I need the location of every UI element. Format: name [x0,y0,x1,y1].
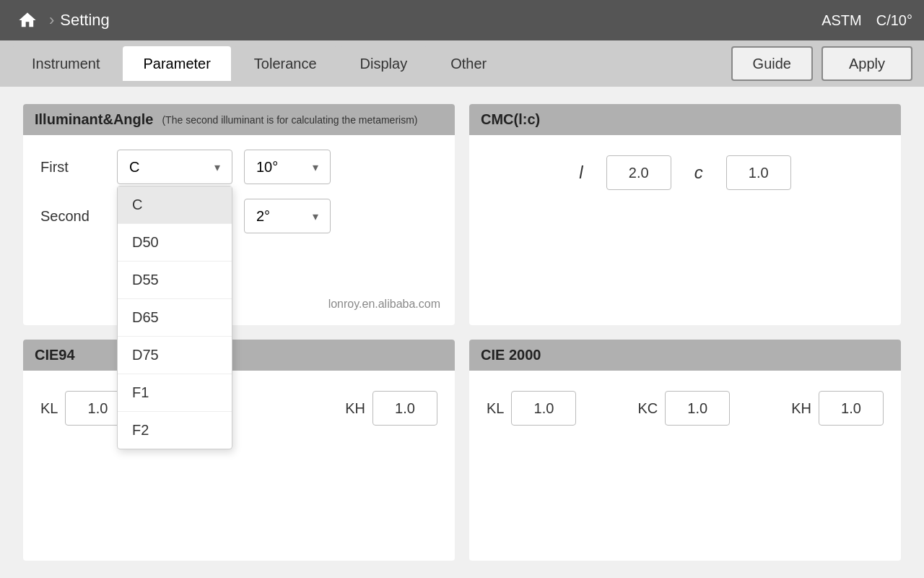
cie2000-body: KL KC KH [469,371,901,446]
watermark: lonroy.en.alibaba.com [328,298,440,311]
first-row: First C ▾ C D50 D55 D65 D75 F1 F2 [40,150,437,184]
main-content: Illuminant&Angle (The second illuminant … [0,87,924,578]
tab-tolerance[interactable]: Tolerance [234,46,337,81]
cmc-l-input[interactable] [606,155,671,190]
angle-arrow-icon: ▾ [313,160,318,174]
illuminant-panel: Illuminant&Angle (The second illuminant … [23,104,455,325]
tab-other[interactable]: Other [430,46,507,81]
home-button[interactable] [12,4,43,36]
cie2000-header: CIE 2000 [469,340,901,371]
tab-display[interactable]: Display [340,46,428,81]
illuminant-dropdown-menu: C D50 D55 D65 D75 F1 F2 [117,186,232,449]
cmc-c-label: c [694,163,703,183]
cie94-panel: CIE94 KL KH [23,340,455,561]
dropdown-arrow-icon: ▾ [214,160,220,174]
cie2000-kc-param: KC [637,391,730,426]
dropdown-item-d50[interactable]: D50 [118,224,232,262]
first-illuminant-dropdown[interactable]: C ▾ C D50 D55 D65 D75 F1 F2 [117,150,232,184]
cie94-header: CIE94 [23,340,455,371]
breadcrumb-separator: › [49,11,54,30]
cie2000-kl-label: KL [487,400,504,417]
first-angle-select[interactable]: 10° ▾ [244,150,331,184]
dropdown-item-d75[interactable]: D75 [118,337,232,374]
first-angle-value: 10° [256,159,278,176]
cie2000-panel: CIE 2000 KL KC KH [469,340,901,561]
cie2000-kl-param: KL [487,391,576,426]
illuminant-body: First C ▾ C D50 D55 D65 D75 F1 F2 [23,135,455,262]
cie2000-kc-label: KC [637,400,658,417]
cie94-kh-label: KH [345,400,365,417]
cie2000-kh-param: KH [791,391,884,426]
topbar: › Setting ASTM C/10° [0,0,924,40]
cmc-c-input[interactable] [726,155,791,190]
page-title: Setting [60,11,821,30]
illuminant-header: Illuminant&Angle (The second illuminant … [23,104,455,135]
dropdown-item-f1[interactable]: F1 [118,374,232,412]
cmc-panel: CMC(l:c) l c [469,104,901,325]
cie2000-kl-input[interactable] [511,391,576,426]
cie2000-kh-input[interactable] [819,391,884,426]
cie94-kl-label: KL [40,400,58,417]
cmc-title: CMC(l:c) [481,111,540,128]
apply-button[interactable]: Apply [821,46,912,81]
tab-parameter[interactable]: Parameter [123,46,230,81]
cie94-title: CIE94 [35,347,75,363]
dropdown-item-d55[interactable]: D55 [118,262,232,299]
topbar-right: ASTM C/10° [821,12,912,29]
tabbar: Instrument Parameter Tolerance Display O… [0,40,924,87]
second-row: Second ▾ 2° ▾ [40,199,437,233]
dropdown-item-c[interactable]: C [118,186,232,224]
first-illuminant-btn[interactable]: C ▾ [117,150,232,184]
illuminant-subtitle: (The second illuminant is for calculatin… [162,114,417,126]
second-angle-value: 2° [256,208,270,225]
astm-label: ASTM [821,12,862,29]
cmc-l-label: l [579,163,583,183]
dropdown-item-f2[interactable]: F2 [118,412,232,449]
cie94-kh-param: KH [345,391,437,426]
first-illuminant-value: C [129,159,139,176]
tab-instrument[interactable]: Instrument [12,46,120,81]
illuminant-title: Illuminant&Angle [35,111,153,128]
second-angle-arrow-icon: ▾ [313,210,318,223]
cie94-body: KL KH [23,371,455,446]
angle-label: C/10° [876,12,912,29]
cie94-kh-input[interactable] [372,391,437,426]
second-angle-select[interactable]: 2° ▾ [244,199,331,233]
guide-button[interactable]: Guide [731,46,813,81]
dropdown-item-d65[interactable]: D65 [118,299,232,337]
first-label: First [40,159,105,176]
cmc-header: CMC(l:c) [469,104,901,135]
cmc-body: l c [469,135,901,210]
second-label: Second [40,208,105,225]
cie2000-kc-input[interactable] [665,391,730,426]
cie2000-title: CIE 2000 [481,347,541,363]
cie2000-kh-label: KH [791,400,811,417]
